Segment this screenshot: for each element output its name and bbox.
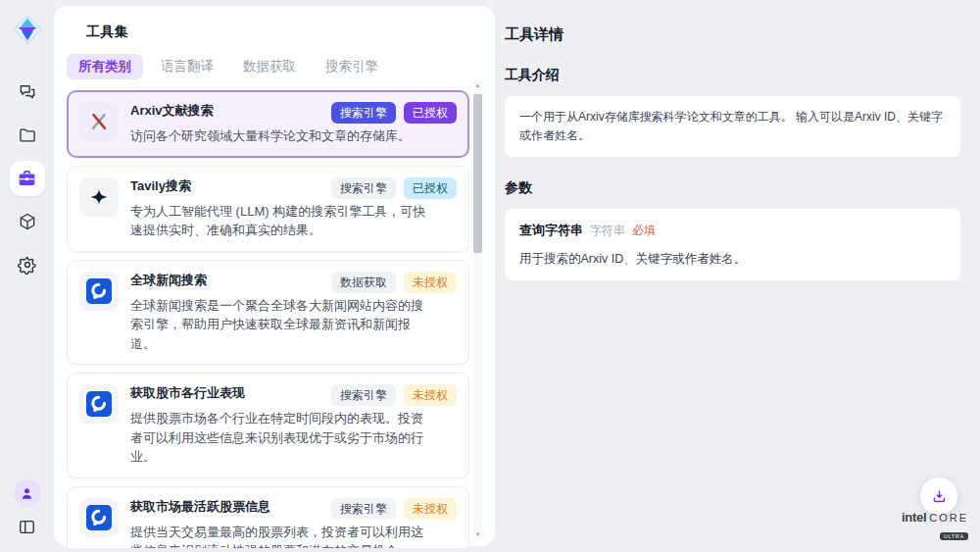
tool-card-2[interactable]: 全球新闻搜索 数据获取 未授权 全球新闻搜索是一个聚合全球各大新闻网站内容的搜索…	[67, 260, 469, 366]
tool-list-scrollbar[interactable]: ▲ ▼	[473, 80, 482, 539]
sidebar-nav	[10, 75, 45, 282]
sidebar-rail	[0, 0, 54, 552]
intro-heading: 工具介绍	[505, 67, 960, 84]
sidebar-item-settings[interactable]	[10, 247, 45, 282]
download-icon	[931, 488, 948, 505]
user-avatar[interactable]	[14, 479, 41, 507]
parameter-required-flag: 必填	[632, 222, 656, 240]
app-logo-icon[interactable]	[10, 12, 45, 47]
tools-panel: 工具集 所有类别语言翻译数据获取搜索引擎 Arxiv文献搜索 搜索引擎 已授权 …	[54, 6, 495, 546]
tool-auth-badge: 未授权	[404, 498, 457, 520]
category-tabs: 所有类别语言翻译数据获取搜索引擎	[67, 54, 495, 79]
cube-icon	[18, 212, 37, 231]
panel-toggle-icon[interactable]	[18, 518, 36, 536]
category-tab-1[interactable]: 语言翻译	[149, 54, 225, 79]
tool-card-1[interactable]: Tavily搜索 搜索引擎 已授权 专为人工智能代理 (LLM) 构建的搜索引擎…	[67, 166, 469, 252]
tool-card-4[interactable]: 获取市场最活跃股票信息 搜索引擎 未授权 提供当天交易量最高的股票列表，投资者可…	[67, 486, 469, 549]
brand-ultra-badge: ultra	[940, 532, 968, 540]
tool-auth-badge: 未授权	[404, 384, 457, 406]
toolbox-icon	[17, 169, 37, 189]
tool-category-badge: 搜索引擎	[331, 102, 396, 124]
category-tab-2[interactable]: 数据获取	[231, 54, 308, 79]
tool-description: 访问各个研究领域大量科学论文和文章的存储库。	[130, 126, 429, 146]
tool-details-panel: 工具详情 工具介绍 一个用于从Arxiv存储库搜索科学论文和文章的工具。 输入可…	[495, 0, 980, 552]
tool-category-badge: 数据获取	[331, 272, 396, 293]
sidebar-bottom	[14, 479, 41, 552]
parameter-description: 用于搜索的Arxiv ID、关键字或作者姓名。	[519, 249, 946, 269]
category-tab-0[interactable]: 所有类别	[67, 54, 143, 79]
tool-category-badge: 搜索引擎	[331, 177, 396, 199]
tool-title: 获取市场最活跃股票信息	[130, 498, 270, 517]
parameter-name: 查询字符串	[519, 221, 583, 241]
details-title: 工具详情	[505, 25, 960, 44]
sidebar-item-models[interactable]	[10, 204, 45, 239]
brand-core-text: core	[929, 512, 968, 524]
tool-card-3[interactable]: 获取股市各行业表现 搜索引擎 未授权 提供股票市场各个行业在特定时间段内的表现。…	[67, 373, 469, 478]
scrollbar-up-arrow-icon[interactable]: ▲	[473, 80, 482, 90]
tool-category-badge: 搜索引擎	[331, 384, 396, 406]
tool-intro-box: 一个用于从Arxiv存储库搜索科学论文和文章的工具。 输入可以是Arxiv ID…	[505, 96, 960, 157]
app-root: 工具集 所有类别语言翻译数据获取搜索引擎 Arxiv文献搜索 搜索引擎 已授权 …	[0, 0, 980, 552]
arxiv-icon	[79, 102, 119, 141]
folder-icon	[18, 125, 37, 145]
tool-list: Arxiv文献搜索 搜索引擎 已授权 访问各个研究领域大量科学论文和文章的存储库…	[67, 90, 469, 548]
tavily-icon	[79, 177, 119, 217]
tools-panel-title: 工具集	[86, 24, 495, 41]
juhe-icon	[79, 498, 119, 537]
tool-auth-badge: 未授权	[404, 272, 457, 293]
tool-category-badge: 搜索引擎	[331, 498, 396, 520]
sidebar-item-files[interactable]	[10, 118, 45, 153]
parameter-box: 查询字符串 字符串 必填 用于搜索的Arxiv ID、关键字或作者姓名。	[505, 209, 960, 280]
tool-title: Arxiv文献搜索	[130, 102, 214, 121]
tool-description: 专为人工智能代理 (LLM) 构建的搜索引擎工具，可快速提供实时、准确和真实的结…	[130, 202, 429, 240]
chat-icon	[18, 82, 37, 102]
tool-description: 全球新闻搜索是一个聚合全球各大新闻网站内容的搜索引擎，帮助用户快速获取全球最新资…	[130, 296, 429, 354]
brand-intel-text: intel	[902, 510, 926, 525]
tool-description: 提供股票市场各个行业在特定时间段内的表现。投资者可以利用这些信息来识别表现优于或…	[130, 409, 429, 467]
tool-auth-badge: 已授权	[404, 177, 457, 199]
scrollbar-thumb[interactable]	[473, 94, 482, 253]
parameter-type: 字符串	[590, 222, 625, 240]
tool-title: Tavily搜索	[130, 177, 191, 196]
juhe-icon	[79, 384, 119, 424]
tool-description: 提供当天交易量最高的股票列表，投资者可以利用这些信息来识别流动性强的股票和潜在的…	[130, 523, 429, 549]
sidebar-item-tools[interactable]	[10, 161, 45, 196]
juhe-icon	[79, 272, 119, 311]
scrollbar-down-arrow-icon[interactable]: ▼	[473, 529, 482, 539]
tool-intro-text: 一个用于从Arxiv存储库搜索科学论文和文章的工具。 输入可以是Arxiv ID…	[519, 110, 943, 142]
gear-icon	[18, 255, 37, 275]
tool-title: 获取股市各行业表现	[130, 384, 245, 403]
category-tab-3[interactable]: 搜索引擎	[314, 54, 390, 79]
sidebar-item-chat[interactable]	[10, 75, 45, 110]
tool-auth-badge: 已授权	[404, 102, 457, 124]
intel-core-logo: intel core ultra	[902, 510, 968, 542]
tool-card-0[interactable]: Arxiv文献搜索 搜索引擎 已授权 访问各个研究领域大量科学论文和文章的存储库…	[67, 90, 469, 158]
params-heading: 参数	[505, 179, 960, 197]
tool-title: 全球新闻搜索	[130, 272, 207, 290]
parameter-header: 查询字符串 字符串 必填	[519, 221, 946, 241]
